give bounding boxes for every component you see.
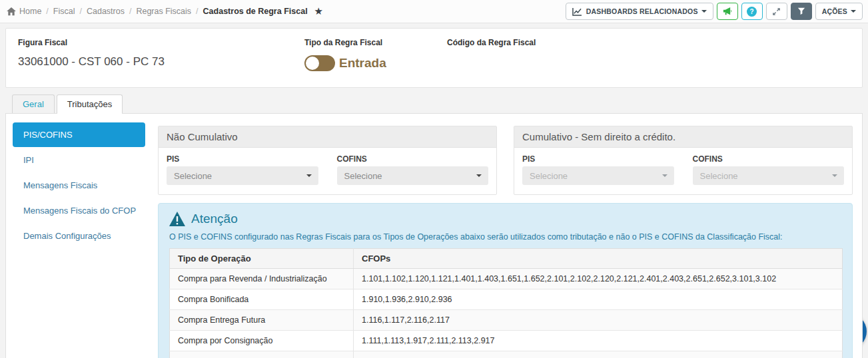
cfops-cell: 1.101,1.102,1.120,1.121,1.401,1.403,1.65… — [354, 269, 843, 289]
filter-button[interactable] — [791, 3, 812, 20]
home-icon — [7, 7, 16, 16]
pis-select-value: Selecione — [530, 171, 568, 181]
cumulativo-panel: Cumulativo - Sem direito a crédito. PIS … — [514, 126, 853, 195]
column-header-tipo-operacao: Tipo de Operação — [170, 249, 354, 269]
codigo-regra-group: Código da Regra Fiscal — [447, 38, 850, 78]
dashboards-label: DASHBOARDS RELACIONADOS — [586, 7, 698, 15]
expand-arrows-icon — [772, 7, 781, 16]
tipo-regra-label: Tipo da Regra Fiscal — [304, 38, 447, 47]
cofins-select-disabled: Selecione — [693, 166, 845, 185]
chevron-down-icon — [662, 174, 667, 177]
sidebar-item-mensagens-fiscais-cfop[interactable]: Mensagens Fiscais do CFOP — [13, 198, 145, 223]
tipo-operacao-cell: Compra Entrega Futura — [170, 310, 354, 331]
tab-strip: Geral Tributações — [12, 94, 863, 113]
table-header-row: Tipo de Operação CFOPs — [170, 249, 843, 269]
tab-tributacoes[interactable]: Tributações — [57, 94, 123, 113]
figura-fiscal-label: Figura Fiscal — [18, 38, 304, 47]
fullscreen-button[interactable] — [766, 3, 787, 20]
breadcrumb-current: Cadastros de Regra Fiscal — [191, 7, 308, 16]
cofins-label: COFINS — [693, 154, 845, 164]
filter-funnel-icon — [797, 7, 805, 15]
alert-title: Atenção — [191, 212, 238, 226]
sidebar-item-pis-cofins[interactable]: PIS/COFINS — [13, 122, 145, 147]
table-row: Compra por Consignação 1.111,1.113,1.917… — [170, 331, 843, 351]
cofins-select[interactable]: Selecione — [337, 166, 489, 185]
dashboards-relacionados-button[interactable]: DASHBOARDS RELACIONADOS — [566, 3, 713, 20]
tipo-regra-value: Entrada — [339, 56, 386, 71]
tipo-operacao-cell: Compra Bonificada — [170, 289, 354, 310]
pis-label: PIS — [522, 154, 674, 164]
warning-triangle-icon — [169, 212, 185, 226]
tipo-operacao-cell: Compra por Consignação — [170, 331, 354, 351]
tributacoes-sidebar: PIS/COFINS IPI Mensagens Fiscais Mensage… — [13, 122, 145, 358]
sidebar-item-demais-configuracoes[interactable]: Demais Configurações — [13, 224, 145, 248]
alert-message: O PIS e COFINS configurado nas Regras Fi… — [169, 232, 843, 242]
table-row: Compra Bonificada 1.910,1.936,2.910,2.93… — [170, 289, 843, 310]
chevron-down-icon — [832, 174, 837, 177]
topbar-actions: DASHBOARDS RELACIONADOS ? AÇÕES — [566, 3, 863, 20]
breadcrumb-fiscal[interactable]: Fiscal — [41, 7, 75, 16]
cfops-cell: 1.910,1.936,2.910,2.936 — [354, 289, 843, 310]
table-row: Compra para Revenda / Industrialização 1… — [170, 269, 843, 289]
cfops-cell: 1.111,1.113,1.917,2.111,2.113,2.917 — [354, 331, 843, 351]
table-row: Compra Entrega Futura 1.116,1.117,2.116,… — [170, 310, 843, 331]
cfop-table: Tipo de Operação CFOPs Compra para Reven… — [169, 248, 843, 358]
toggle-knob — [306, 57, 319, 70]
figura-fiscal-value: 33061000 - CST 060 - PC 73 — [18, 55, 304, 69]
pis-cofins-content: Não Cumulativo PIS Selecione COFINS Sele… — [145, 122, 862, 358]
nao-cumulativo-panel: Não Cumulativo PIS Selecione COFINS Sele… — [158, 126, 497, 195]
top-bar: Home Fiscal Cadastros Regras Fiscais Cad… — [0, 0, 868, 23]
tipo-operacao-cell: Compra de Ativo Imobilizado — [170, 351, 354, 358]
chevron-down-icon — [476, 174, 482, 177]
help-button[interactable]: ? — [741, 3, 763, 20]
chevron-down-icon — [306, 174, 312, 177]
pis-select-disabled: Selecione — [522, 166, 674, 185]
question-mark-icon: ? — [747, 7, 757, 17]
figura-fiscal-group: Figura Fiscal 33061000 - CST 060 - PC 73 — [18, 38, 304, 78]
tipo-operacao-cell: Compra para Revenda / Industrialização — [170, 269, 354, 289]
chevron-down-icon — [851, 10, 856, 13]
sidebar-item-ipi[interactable]: IPI — [13, 148, 145, 172]
record-header-card: Figura Fiscal 33061000 - CST 060 - PC 73… — [5, 28, 863, 88]
favorite-star-icon[interactable]: ★ — [314, 5, 323, 17]
nao-cumulativo-title: Não Cumulativo — [159, 126, 496, 148]
tab-geral[interactable]: Geral — [12, 94, 55, 113]
atencao-alert: Atenção O PIS e COFINS configurado nas R… — [158, 203, 853, 358]
table-row: Compra de Ativo Imobilizado 1.406,1.551,… — [170, 351, 843, 358]
megaphone-icon — [722, 7, 732, 16]
cfops-cell: 1.116,1.117,2.116,2.117 — [354, 310, 843, 331]
cofins-select-value: Selecione — [344, 171, 382, 181]
pis-select[interactable]: Selecione — [167, 166, 318, 185]
column-header-cfops: CFOPs — [354, 249, 843, 269]
announcements-button[interactable] — [717, 3, 738, 20]
breadcrumb-regras-fiscais[interactable]: Regras Fiscais — [125, 7, 191, 16]
sidebar-item-mensagens-fiscais[interactable]: Mensagens Fiscais — [13, 173, 145, 198]
tributacoes-panel: PIS/COFINS IPI Mensagens Fiscais Mensage… — [5, 113, 863, 358]
breadcrumb: Home Fiscal Cadastros Regras Fiscais Cad… — [7, 5, 323, 17]
chevron-down-icon — [701, 10, 707, 13]
tipo-regra-group: Tipo da Regra Fiscal Entrada — [304, 38, 447, 78]
pis-select-value: Selecione — [174, 171, 212, 181]
cofins-label: COFINS — [337, 154, 489, 164]
cofins-select-value: Selecione — [700, 171, 738, 181]
breadcrumb-cadastros[interactable]: Cadastros — [75, 7, 124, 16]
cfops-cell: 1.406,1.551,2.406,2.551 — [354, 351, 843, 358]
codigo-regra-label: Código da Regra Fiscal — [447, 38, 850, 47]
cumulativo-title: Cumulativo - Sem direito a crédito. — [514, 126, 852, 148]
pis-label: PIS — [167, 154, 318, 164]
acoes-label: AÇÕES — [822, 7, 847, 15]
breadcrumb-home[interactable]: Home — [19, 7, 41, 16]
tipo-regra-toggle[interactable] — [304, 55, 335, 71]
acoes-button[interactable]: AÇÕES — [815, 3, 863, 20]
